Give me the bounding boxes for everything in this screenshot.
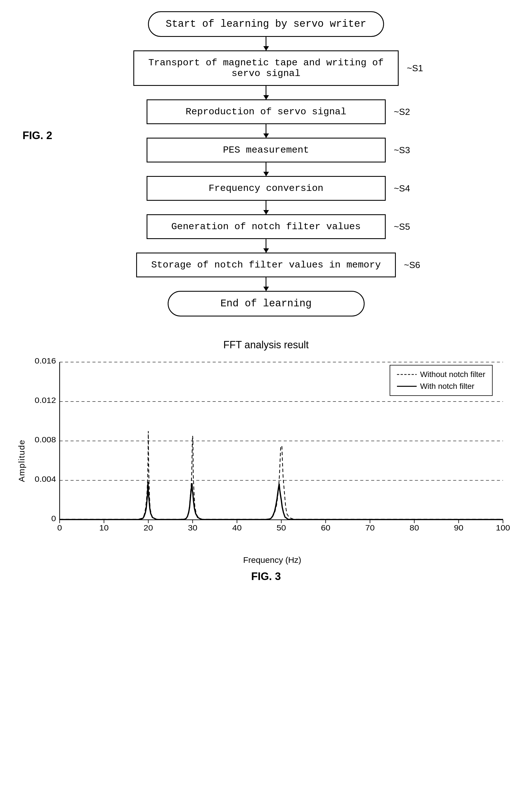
step-s6-label: ~S6 bbox=[404, 260, 420, 270]
step-s3-label: ~S3 bbox=[394, 145, 410, 155]
fig2-container: FIG. 2 Start of learning by servo writer… bbox=[17, 11, 515, 316]
step-s6: Storage of notch filter values in memory… bbox=[136, 253, 396, 277]
legend-with-label: With notch filter bbox=[420, 382, 474, 391]
flowchart: Start of learning by servo writer Transp… bbox=[17, 11, 515, 316]
svg-text:0.012: 0.012 bbox=[35, 396, 56, 405]
step-s4: Frequency conversion ~S4 bbox=[147, 176, 386, 201]
svg-text:0: 0 bbox=[57, 524, 62, 532]
arrow-1 bbox=[266, 86, 266, 99]
svg-text:70: 70 bbox=[365, 524, 375, 532]
svg-text:80: 80 bbox=[409, 524, 419, 532]
chart-area: Amplitude Without notch filter With notc… bbox=[17, 356, 515, 565]
fig2-label: FIG. 2 bbox=[23, 129, 52, 142]
end-node: End of learning bbox=[168, 291, 365, 316]
x-axis-label: Frequency (Hz) bbox=[29, 555, 515, 565]
step-s1: Transport of magnetic tape and writing o… bbox=[133, 50, 399, 86]
legend-without: Without notch filter bbox=[397, 370, 485, 379]
svg-text:0.004: 0.004 bbox=[35, 475, 56, 483]
step-s2: Reproduction of servo signal ~S2 bbox=[147, 99, 386, 124]
arrow-6 bbox=[266, 277, 266, 291]
svg-text:50: 50 bbox=[276, 524, 286, 532]
svg-text:0.016: 0.016 bbox=[35, 356, 56, 365]
step-s3: PES measurement ~S3 bbox=[147, 138, 386, 162]
svg-text:30: 30 bbox=[188, 524, 197, 532]
arrow-3 bbox=[266, 162, 266, 176]
legend-without-label: Without notch filter bbox=[420, 370, 485, 379]
with-filter-line bbox=[60, 482, 503, 520]
svg-text:60: 60 bbox=[321, 524, 330, 532]
svg-text:40: 40 bbox=[232, 524, 242, 532]
without-filter-line bbox=[60, 431, 503, 519]
legend-box: Without notch filter With notch filter bbox=[390, 365, 493, 396]
arrow-0 bbox=[266, 37, 266, 50]
arrow-2 bbox=[266, 124, 266, 138]
svg-text:10: 10 bbox=[99, 524, 109, 532]
step-s5-label: ~S5 bbox=[394, 222, 410, 232]
chart-title: FFT analysis result bbox=[17, 339, 515, 351]
legend-with: With notch filter bbox=[397, 382, 485, 391]
step-s2-label: ~S2 bbox=[394, 107, 410, 117]
svg-text:90: 90 bbox=[454, 524, 463, 532]
chart-wrapper: Without notch filter With notch filter bbox=[29, 356, 515, 565]
start-node: Start of learning by servo writer bbox=[148, 11, 384, 37]
fig3-label: FIG. 3 bbox=[17, 571, 515, 583]
fig3-container: FFT analysis result Amplitude Without no… bbox=[17, 339, 515, 583]
arrow-4 bbox=[266, 201, 266, 214]
svg-text:0: 0 bbox=[51, 514, 56, 523]
svg-text:20: 20 bbox=[143, 524, 153, 532]
svg-text:100: 100 bbox=[496, 524, 510, 532]
step-s4-label: ~S4 bbox=[394, 183, 410, 194]
step-s5: Generation of notch filter values ~S5 bbox=[147, 214, 386, 239]
svg-text:0.008: 0.008 bbox=[35, 435, 56, 444]
step-s1-label: ~S1 bbox=[407, 63, 423, 74]
y-axis-label: Amplitude bbox=[17, 356, 26, 565]
arrow-5 bbox=[266, 239, 266, 253]
